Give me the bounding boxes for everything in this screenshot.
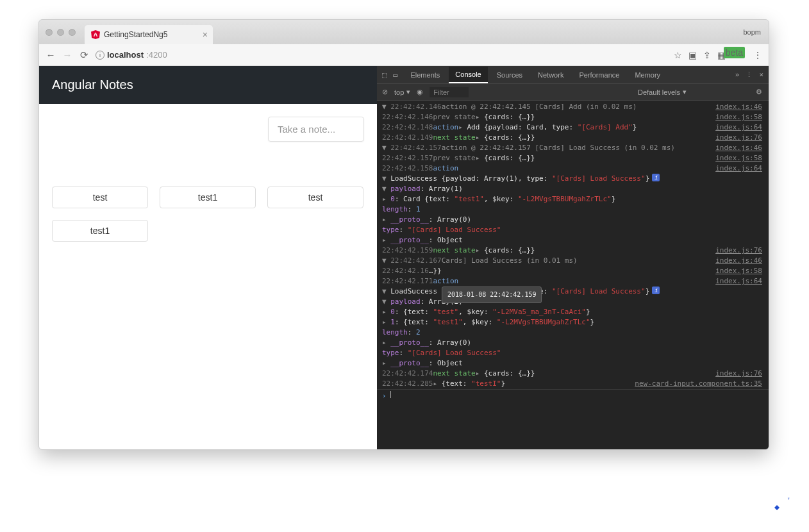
tab-sources[interactable]: Sources <box>490 67 529 83</box>
devtools-tabs: ⬚ ▭ Elements Console Sources Network Per… <box>377 66 769 84</box>
note-card[interactable]: test1 <box>160 187 256 208</box>
info-icon[interactable]: i <box>652 287 660 294</box>
input-row: Take a note... <box>52 117 364 142</box>
timestamp-tooltip: 2018-01-08 22:42:42.159 <box>442 287 542 303</box>
pocket-icon[interactable]: ▣ <box>688 50 697 60</box>
tab-network[interactable]: Network <box>531 67 570 83</box>
close-tab-icon[interactable]: × <box>203 29 208 40</box>
app-title: Angular Notes <box>52 78 133 92</box>
address-bar: ← → ⟳ i localhost:4200 ☆ ▣ ⇪ ▦beta ⋮ <box>39 44 769 66</box>
tab-console[interactable]: Console <box>449 67 487 83</box>
devtools-ext-icon[interactable]: ▦beta <box>717 50 747 60</box>
traffic-lights[interactable] <box>46 29 76 36</box>
note-input[interactable]: Take a note... <box>268 117 364 142</box>
back-icon[interactable]: ← <box>46 49 56 60</box>
browser-window: A GettingStartedNg5 × bopm ← → ⟳ i local… <box>38 19 769 450</box>
browser-tab[interactable]: A GettingStartedNg5 × <box>85 25 213 44</box>
tab-performance[interactable]: Performance <box>572 67 626 83</box>
eye-icon[interactable]: ◉ <box>417 88 423 96</box>
devtools-menu-icon[interactable]: ⋮ <box>746 71 753 79</box>
angular-app: Angular Notes Take a note... test test1 … <box>39 66 377 449</box>
console-prompt[interactable]: › <box>377 389 769 403</box>
info-icon[interactable]: i <box>652 174 660 181</box>
reload-icon[interactable]: ⟳ <box>79 49 89 61</box>
note-card[interactable]: test <box>267 187 363 208</box>
menu-icon[interactable]: ⋮ <box>753 50 762 60</box>
more-tabs-icon[interactable]: » <box>735 71 740 79</box>
content-area: Angular Notes Take a note... test test1 … <box>39 66 769 449</box>
site-info-icon[interactable]: i <box>96 51 104 60</box>
console-toolbar: ⊘ top ▾ ◉ Filter Default levels ▾ ⚙ <box>377 84 769 101</box>
devtools-panel: ⬚ ▭ Elements Console Sources Network Per… <box>377 66 769 449</box>
inspect-icon[interactable]: ⬚ <box>382 71 387 79</box>
note-card[interactable]: test <box>52 187 148 208</box>
bookmark-icon[interactable]: ☆ <box>674 50 682 60</box>
share-icon[interactable]: ⇪ <box>703 50 711 60</box>
note-card[interactable]: test1 <box>52 220 148 242</box>
clear-console-icon[interactable]: ⊘ <box>382 88 388 96</box>
minimize-icon[interactable] <box>57 29 64 36</box>
levels-select[interactable]: Default levels ▾ <box>638 88 687 96</box>
close-icon[interactable] <box>46 29 53 36</box>
app-body: Take a note... test test1 test test1 <box>39 104 377 254</box>
chevron-down-icon: ▾ <box>406 88 410 96</box>
tab-elements[interactable]: Elements <box>404 67 446 83</box>
toptal-logo-icon: ™ <box>764 494 790 519</box>
forward-icon[interactable]: → <box>62 49 72 60</box>
device-icon[interactable]: ▭ <box>393 71 397 79</box>
maximize-icon[interactable] <box>69 29 76 36</box>
tab-memory[interactable]: Memory <box>628 67 667 83</box>
tab-title: GettingStartedNg5 <box>104 30 167 39</box>
cards-grid: test test1 test test1 <box>52 187 364 242</box>
context-select[interactable]: top ▾ <box>394 88 410 96</box>
app-header: Angular Notes <box>39 66 377 104</box>
filter-input[interactable]: Filter <box>430 87 468 97</box>
console-log[interactable]: 2018-01-08 22:42:42.159 ▼ 22:42:42.146 a… <box>377 101 769 449</box>
extensions: ☆ ▣ ⇪ ▦beta ⋮ <box>674 50 762 60</box>
svg-text:™: ™ <box>787 497 790 503</box>
angular-icon: A <box>91 30 100 39</box>
browser-titlebar: A GettingStartedNg5 × bopm <box>39 20 769 44</box>
url-host: localhost <box>107 50 144 60</box>
devtools-close-icon[interactable]: × <box>759 71 763 79</box>
chevron-down-icon: ▾ <box>683 88 687 96</box>
url-port: :4200 <box>146 50 167 60</box>
settings-icon[interactable]: ⚙ <box>756 88 762 96</box>
url-input[interactable]: i localhost:4200 <box>96 50 667 60</box>
profile-name[interactable]: bopm <box>743 28 761 36</box>
